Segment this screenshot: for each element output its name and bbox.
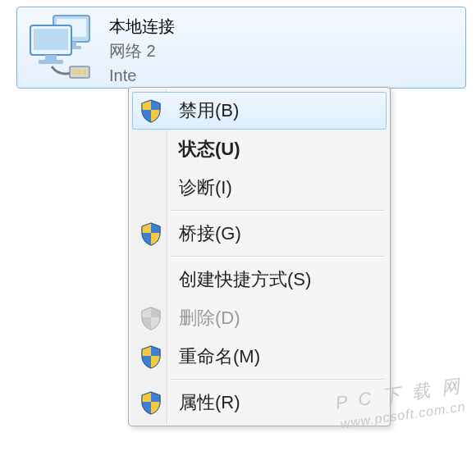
svg-rect-11	[83, 70, 86, 75]
menu-item-label: 重命名(M)	[179, 344, 260, 369]
menu-item-label: 禁用(B)	[179, 98, 239, 123]
menu-item-label: 状态(U)	[179, 137, 240, 162]
svg-rect-6	[45, 55, 57, 60]
uac-shield-icon	[140, 221, 162, 246]
uac-shield-icon	[140, 390, 162, 415]
menu-separator	[170, 256, 385, 257]
menu-item[interactable]: 桥接(G)	[132, 215, 387, 253]
uac-shield-icon	[140, 344, 162, 369]
connection-text: 本地连接 网络 2 Inte	[101, 12, 175, 88]
menu-item[interactable]: 属性(R)	[132, 384, 387, 421]
menu-item-label: 属性(R)	[179, 390, 240, 415]
menu-item[interactable]: 创建快捷方式(S)	[132, 261, 387, 298]
menu-item-label: 诊断(I)	[179, 175, 232, 200]
connection-title: 本地连接	[109, 14, 175, 39]
uac-shield-icon	[140, 98, 162, 123]
network-connection-icon	[25, 12, 101, 83]
menu-item[interactable]: 重命名(M)	[132, 338, 387, 376]
svg-rect-10	[78, 70, 81, 75]
context-menu: 禁用(B)状态(U)诊断(I) 桥接(G)创建快捷方式(S) 删除(D)	[128, 87, 391, 426]
menu-item[interactable]: 状态(U)	[132, 130, 387, 168]
menu-item[interactable]: 禁用(B)	[132, 92, 387, 130]
menu-item[interactable]: 诊断(I)	[132, 169, 387, 207]
uac-shield-icon	[140, 306, 162, 330]
connection-item[interactable]: 本地连接 网络 2 Inte	[16, 7, 466, 89]
menu-separator	[170, 379, 385, 380]
menu-item-label: 创建快捷方式(S)	[179, 267, 311, 292]
menu-separator	[170, 210, 385, 212]
menu-item-label: 桥接(G)	[179, 221, 241, 246]
connection-detail: Inte	[109, 63, 175, 88]
svg-rect-7	[39, 60, 63, 64]
menu-item-label: 删除(D)	[179, 306, 240, 330]
menu-item: 删除(D)	[132, 299, 387, 337]
svg-rect-9	[73, 70, 76, 75]
svg-rect-5	[34, 29, 68, 50]
connection-subtitle: 网络 2	[109, 39, 175, 63]
